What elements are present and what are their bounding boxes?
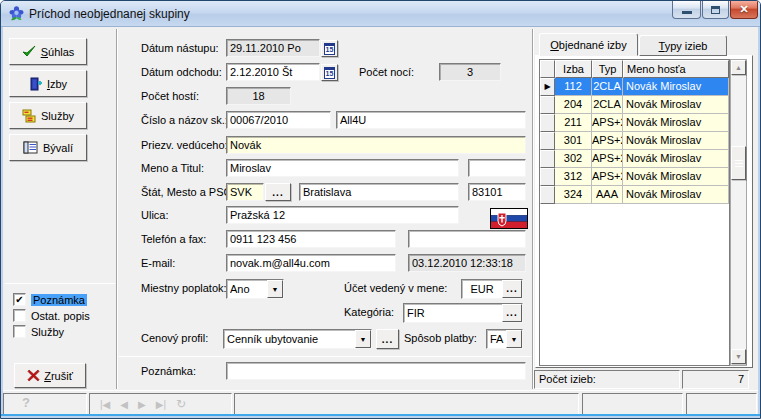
note-field[interactable] bbox=[226, 362, 526, 380]
checkbox-other-desc-box[interactable] bbox=[13, 309, 26, 322]
cell-guest[interactable]: Novák Miroslav bbox=[623, 150, 729, 168]
cell-room[interactable]: 211 bbox=[555, 114, 592, 132]
checkbox-note[interactable]: ✔ Poznámka bbox=[13, 292, 87, 307]
zip-field[interactable]: 83101 bbox=[468, 183, 526, 201]
ellipsis-icon[interactable]: ... bbox=[502, 304, 522, 322]
checkbox-other-desc[interactable]: Ostat. popis bbox=[13, 308, 90, 323]
arrival-calendar-button[interactable]: 15 bbox=[321, 40, 338, 57]
cell-room[interactable]: 324 bbox=[555, 186, 592, 204]
nav-last-icon: ▶| bbox=[156, 396, 166, 413]
local-fee-label: Miestny poplatok: bbox=[141, 282, 227, 294]
cell-type[interactable]: AAA bbox=[592, 186, 623, 204]
category-label: Kategória: bbox=[344, 306, 394, 318]
tab-ordered-rooms[interactable]: Objednané izby bbox=[539, 33, 638, 56]
currency-value: EUR bbox=[462, 280, 502, 298]
firstname-field[interactable]: Miroslav bbox=[226, 159, 459, 177]
grid-header-row: Izba Typ Meno hosťa bbox=[540, 60, 729, 78]
street-label: Ulica: bbox=[141, 209, 169, 221]
cell-room[interactable]: 112 bbox=[555, 78, 592, 96]
group-number-field[interactable]: 00067/2010 bbox=[226, 111, 331, 129]
checkbox-services-box[interactable] bbox=[13, 325, 26, 338]
cell-guest[interactable]: Novák Miroslav bbox=[623, 96, 729, 114]
city-field[interactable]: Bratislava bbox=[299, 183, 459, 201]
dropdown-arrow-icon[interactable]: ▼ bbox=[267, 280, 283, 298]
checkbox-note-box[interactable]: ✔ bbox=[13, 293, 26, 306]
country-lookup-button[interactable]: ... bbox=[265, 183, 291, 201]
services-button[interactable]: Služby bbox=[9, 102, 87, 129]
confirm-button[interactable]: Súhlas bbox=[9, 38, 87, 65]
cell-type[interactable]: 2CLA bbox=[592, 78, 623, 96]
price-profile-dropdown[interactable]: Cenník ubytovanie ▼ bbox=[223, 329, 372, 349]
grid-header-room[interactable]: Izba bbox=[555, 60, 592, 78]
grid-row[interactable]: 211 APS+2 Novák Miroslav bbox=[540, 114, 729, 132]
cell-type[interactable]: APS+2 bbox=[592, 168, 623, 186]
grid-row[interactable]: 204 2CLA Novák Miroslav bbox=[540, 96, 729, 114]
scrollbar-thumb[interactable] bbox=[731, 146, 746, 180]
scroll-down-button[interactable]: ▼ bbox=[731, 349, 746, 364]
title-field[interactable] bbox=[468, 159, 526, 177]
titlebar: Príchod neobjednanej skupiny ✕ bbox=[1, 1, 760, 27]
cell-guest[interactable]: Novák Miroslav bbox=[623, 114, 729, 132]
payment-method-dropdown[interactable]: FA ▼ bbox=[486, 329, 523, 349]
cell-type[interactable]: APS+2 bbox=[592, 132, 623, 150]
fax-field[interactable] bbox=[408, 230, 526, 248]
nights-field: 3 bbox=[439, 63, 501, 81]
cell-type[interactable]: 2CLA bbox=[592, 96, 623, 114]
rooms-button-label: Izby bbox=[47, 78, 67, 90]
dropdown-arrow-icon[interactable]: ▼ bbox=[355, 330, 371, 348]
tab-room-types[interactable]: Typy izieb bbox=[639, 35, 727, 56]
cell-type[interactable]: APS+2 bbox=[592, 150, 623, 168]
cancel-button[interactable]: Zrušiť bbox=[14, 363, 86, 388]
cell-room[interactable]: 301 bbox=[555, 132, 592, 150]
ellipsis-icon[interactable]: ... bbox=[502, 280, 522, 298]
cell-room[interactable]: 302 bbox=[555, 150, 592, 168]
category-picker[interactable]: FIR ... bbox=[403, 303, 523, 323]
price-profile-lookup-button[interactable]: ... bbox=[376, 329, 399, 349]
row-selector bbox=[540, 114, 555, 132]
currency-picker[interactable]: EUR ... bbox=[461, 279, 523, 299]
grid-row[interactable]: 324 AAA Novák Miroslav bbox=[540, 186, 729, 204]
grid-scrollbar[interactable]: ▲ ▼ bbox=[730, 59, 747, 366]
grid-row[interactable]: 301 APS+2 Novák Miroslav bbox=[540, 132, 729, 150]
email-field[interactable]: novak.m@all4u.com bbox=[226, 254, 396, 272]
phone-field[interactable]: 0911 123 456 bbox=[226, 230, 396, 248]
note-section-divider bbox=[119, 356, 531, 357]
street-field[interactable]: Pražská 12 bbox=[226, 206, 459, 224]
leader-surname-field[interactable]: Novák bbox=[226, 136, 526, 154]
row-selector bbox=[540, 96, 555, 114]
group-name-field[interactable]: All4U bbox=[336, 111, 526, 129]
rooms-grid: Izba Typ Meno hosťa ▶ 112 2CLA Novák Mir… bbox=[539, 59, 730, 366]
grid-row[interactable]: 302 APS+2 Novák Miroslav bbox=[540, 150, 729, 168]
grid-header-selector bbox=[540, 60, 555, 78]
grid-row[interactable]: 312 APS+2 Novák Miroslav bbox=[540, 168, 729, 186]
window-title: Príchod neobjednanej skupiny bbox=[29, 7, 190, 21]
minimize-button[interactable] bbox=[672, 1, 701, 19]
cell-guest[interactable]: Novák Miroslav bbox=[623, 132, 729, 150]
room-count-value: 7 bbox=[682, 370, 749, 389]
local-fee-dropdown[interactable]: Ano ▼ bbox=[226, 279, 284, 299]
grid-header-guest[interactable]: Meno hosťa bbox=[623, 60, 729, 78]
maximize-icon bbox=[711, 6, 720, 14]
departure-date-field[interactable]: 2.12.2010 Št bbox=[226, 63, 320, 81]
cell-guest[interactable]: Novák Miroslav bbox=[623, 78, 729, 96]
cell-guest[interactable]: Novák Miroslav bbox=[623, 168, 729, 186]
currency-label: Účet vedený v mene: bbox=[344, 282, 447, 294]
grid-header-type[interactable]: Typ bbox=[592, 60, 623, 78]
country-field[interactable]: SVK bbox=[226, 183, 264, 201]
note-label: Poznámka: bbox=[141, 365, 196, 377]
close-button[interactable]: ✕ bbox=[730, 1, 758, 19]
cell-guest[interactable]: Novák Miroslav bbox=[623, 186, 729, 204]
grid-row[interactable]: ▶ 112 2CLA Novák Miroslav bbox=[540, 78, 729, 96]
dropdown-arrow-icon[interactable]: ▼ bbox=[506, 330, 522, 348]
maximize-button[interactable] bbox=[702, 1, 729, 19]
row-selector bbox=[540, 186, 555, 204]
cell-type[interactable]: APS+2 bbox=[592, 114, 623, 132]
departure-calendar-button[interactable]: 15 bbox=[321, 64, 338, 81]
scroll-up-button[interactable]: ▲ bbox=[731, 60, 746, 75]
cell-room[interactable]: 312 bbox=[555, 168, 592, 186]
rooms-button[interactable]: Izby bbox=[9, 70, 87, 97]
former-guests-button[interactable]: Bývalí bbox=[9, 134, 87, 161]
checkbox-services[interactable]: Služby bbox=[13, 324, 64, 339]
cell-room[interactable]: 204 bbox=[555, 96, 592, 114]
slovak-flag-icon bbox=[490, 208, 528, 229]
